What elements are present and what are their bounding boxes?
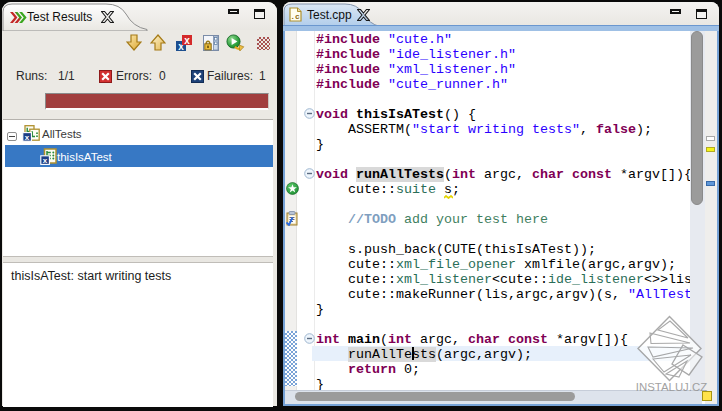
svg-text:INSTALUJ.CZ: INSTALUJ.CZ <box>636 381 707 393</box>
svg-text:x: x <box>25 133 30 142</box>
svg-text:.c: .c <box>290 12 300 21</box>
svg-text:x: x <box>43 156 48 165</box>
svg-text:x: x <box>184 35 190 46</box>
